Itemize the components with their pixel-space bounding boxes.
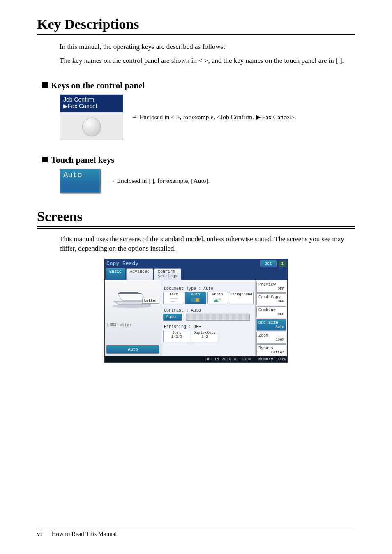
subheading-touch-panel: Touch panel keys [42,155,355,165]
footer-page-number: vi [37,531,42,538]
set-button[interactable]: Set [260,260,277,267]
touch-key-desc: →Enclosed in [ ], for example, [Auto]. [109,177,210,185]
opt-auto-label: Auto [191,293,200,297]
tray-icon [110,323,116,328]
sort-button[interactable]: Sort 1⁄2⁄3 [163,330,190,342]
duplex-label: DuplexCopy [194,331,216,335]
side-btn-value: 100% [275,338,284,342]
square-bullet-icon [42,82,48,88]
side-btn-preview[interactable]: PreviewOFF [256,281,286,293]
side-btn-label: Preview [258,282,284,287]
photo-thumb-icon [213,298,222,304]
side-btn-value: Auto [275,325,284,329]
doc-type-label: Document Type : Auto [164,286,254,291]
opt-auto[interactable]: Auto [185,292,206,304]
side-btn-bypass[interactable]: BypassLetter [256,344,286,356]
contrast-label: Contrast : Auto [164,308,254,313]
tab-confirm-settings[interactable]: Confirm Settings [154,268,181,280]
intro-para-2: The key names on the control panel are s… [60,56,355,66]
auto-thumb-icon [191,298,200,304]
text-lines-icon [169,298,178,304]
opt-background[interactable]: Background [229,292,254,304]
status-memory: Memory 100% [258,357,286,362]
side-btn-zoom[interactable]: Zoom100% [256,332,286,344]
round-button-icon [82,118,101,136]
contrast-auto-button[interactable]: Auto [163,314,182,321]
touch-key-desc-text: Enclosed in [ ], for example, [Auto]. [117,177,210,184]
subheading-control-panel: Keys on the control panel [42,81,355,91]
side-btn-value: OFF [278,312,284,316]
arrow-icon: → [109,177,115,184]
subheading-control-panel-text: Keys on the control panel [51,81,145,90]
opt-text-label: Text [169,293,178,297]
control-panel-key-graphic: Job Confirm. ▶Fax Cancel [60,94,123,140]
side-btn-value: OFF [278,287,284,291]
heading-key-descriptions: Key Descriptions [37,16,355,32]
screen-title: Copy Ready [106,261,138,267]
duplexcopy-button[interactable]: DuplexCopy 1 2 [191,330,218,342]
sort-value: 1⁄2⁄3 [171,335,182,339]
ctrl-key-line1: Job Confirm. [63,96,120,103]
paper-size-label: Letter [142,298,159,304]
screens-para: This manual uses the screens of the stan… [60,234,355,254]
duplex-value: 1 2 [201,335,208,339]
side-btn-label: Combine [258,308,284,312]
opt-text[interactable]: Text [163,292,184,304]
subheading-touch-panel-text: Touch panel keys [51,155,114,165]
tray-index: 1 [106,323,109,328]
side-btn-label: Zoom [258,333,284,338]
sort-label: Sort [172,331,181,335]
ctrl-key-line2: ▶Fax Cancel [63,103,120,110]
page-footer: vi How to Read This Manual [37,527,355,538]
side-btn-card-copy[interactable]: Card CopyOFF [256,293,286,305]
svg-point-15 [219,298,221,300]
svg-rect-13 [213,298,222,302]
arrow-icon: → [131,113,138,120]
square-bullet-icon [42,157,48,162]
side-btn-doc-size[interactable]: Doc.SizeAuto [256,319,286,331]
opt-photo[interactable]: Photo [207,292,228,304]
screenshot-panel: Copy Ready Set 1 Basic Advanced Confirm … [104,259,288,363]
tab-advanced[interactable]: Advanced [126,268,153,280]
side-btn-label: Bypass [258,346,284,351]
control-panel-desc-text: Enclosed in < >, for example, <Job Confi… [140,113,296,120]
svg-rect-4 [110,323,116,326]
heading-rule-2 [37,226,355,229]
opt-background-label: Background [230,293,252,297]
intro-para-1: In this manual, the operating keys are d… [60,42,355,52]
tray-label: Letter [117,323,132,328]
heading-screens: Screens [37,209,355,224]
control-panel-desc: →Enclosed in < >, for example, <Job Conf… [131,113,296,121]
side-btn-label: Card Copy [258,295,284,300]
side-btn-value: OFF [278,300,284,304]
set-count: 1 [279,261,286,267]
opt-photo-label: Photo [212,293,223,297]
side-btn-combine[interactable]: CombineOFF [256,306,286,318]
finishing-label: Finishing : OFF [164,325,254,329]
touch-key-graphic: Auto [60,169,101,193]
svg-marker-3 [118,292,142,294]
status-datetime: Jun 15 2010 01:30pm [204,357,251,362]
contrast-slider[interactable] [186,314,250,321]
paper-auto-button[interactable]: Auto [106,345,159,354]
side-btn-value: Letter [271,351,284,355]
side-btn-label: Doc.Size [258,321,284,325]
svg-rect-12 [196,298,199,302]
tab-basic[interactable]: Basic [106,268,125,280]
heading-rule [37,34,355,36]
footer-section: How to Read This Manual [52,531,117,538]
